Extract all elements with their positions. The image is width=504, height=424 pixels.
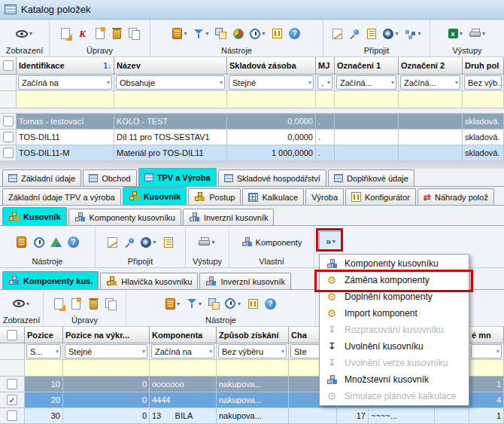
filter-input[interactable] [217, 360, 289, 376]
filter-identifikace[interactable]: Začíná na [18, 75, 112, 90]
merge-button[interactable] [208, 297, 220, 310]
delete-record-button[interactable] [111, 27, 123, 41]
prism-button[interactable] [50, 236, 62, 249]
checklist-button[interactable] [366, 27, 378, 41]
history-button[interactable]: ▼ [225, 297, 241, 310]
help-button[interactable] [264, 297, 276, 310]
col-header-mj[interactable]: MJ [316, 57, 335, 74]
col-header-pozice[interactable]: Pozice [25, 327, 63, 343]
col-header-pozice-vykres[interactable]: Pozice na výkr... [63, 327, 150, 343]
print-button[interactable]: ▼ [469, 27, 487, 41]
tab-inverzni-kusovnik-2[interactable]: Inverzní kusovník [199, 273, 291, 289]
pin-button[interactable] [348, 27, 360, 41]
komponenty-button[interactable]: Komponenty [241, 236, 302, 249]
filter-input-druh[interactable] [463, 91, 504, 108]
tab-doplnkove-udaje[interactable]: Doplňkové údaje [328, 169, 414, 186]
col-header-oznaceni2[interactable]: Označení 2 [399, 57, 463, 74]
tab-postup[interactable]: Postup [188, 188, 241, 205]
row-checkbox-checked[interactable] [7, 395, 17, 405]
table-row[interactable]: Tomas - testovací KOLO - TEST 0,0000 . s… [0, 114, 504, 130]
settings-sliders-button[interactable] [247, 297, 259, 310]
tab-kusovnik[interactable]: Kusovník [123, 187, 187, 205]
filter-button[interactable]: ▼ [193, 27, 210, 41]
duplicate-record-button[interactable] [105, 297, 117, 310]
scroll-button[interactable] [162, 236, 175, 249]
filter-pozice-vykres[interactable]: Stejné [65, 344, 147, 358]
history-button[interactable] [33, 236, 45, 249]
table-row[interactable]: TOS-DIL11 Díl 11 pro TOS-SESTAV1 0,0000 … [0, 130, 504, 145]
view-eye-button[interactable]: ▼ [13, 297, 31, 310]
tab-kusovnik-detail[interactable]: Kusovník [2, 207, 67, 225]
row-checkbox[interactable] [3, 132, 14, 142]
pin-button[interactable] [123, 236, 135, 249]
select-all-checkbox[interactable] [7, 330, 17, 340]
row-checkbox[interactable] [7, 410, 17, 421]
col-header-identifikace[interactable]: Identifikace1 [17, 57, 114, 74]
copy-k-button[interactable] [77, 27, 89, 41]
tab-nahrady-polozek[interactable]: Náhrady polož [417, 188, 494, 205]
filter-oznaceni2[interactable]: Začíná... [400, 75, 460, 90]
merge-button[interactable] [215, 27, 227, 41]
sphere-button[interactable] [232, 27, 244, 41]
media-button[interactable]: ▼ [383, 27, 399, 41]
list-settings-button[interactable] [16, 236, 28, 249]
filter-input[interactable] [150, 360, 217, 376]
row-checkbox[interactable] [3, 116, 14, 127]
new-record-button[interactable] [59, 27, 71, 41]
filter-nazev[interactable]: Obsahuje [116, 75, 225, 90]
filter-mnozstvi[interactable] [471, 344, 502, 358]
tab-hlavicka-kusovniku[interactable]: Hlavička kusovníku [100, 273, 198, 289]
menu-item-uvolneni-kusovniku[interactable]: Uvolnění kusovníku [320, 338, 469, 355]
filter-input[interactable] [63, 360, 150, 376]
filter-input-zasoba[interactable] [227, 91, 316, 108]
delete-record-button[interactable] [87, 297, 99, 310]
splitter[interactable] [0, 160, 504, 169]
note-button[interactable] [331, 27, 343, 41]
tab-komponenty-kusovniku[interactable]: Komponenty kusovníku [68, 209, 181, 225]
media-button[interactable]: ▼ [141, 236, 157, 249]
filter-button[interactable]: ▼ [187, 297, 203, 310]
col-header-mnozstvi[interactable]: é mn [469, 327, 504, 343]
row-checkbox[interactable] [3, 148, 14, 158]
filter-mj[interactable]: . [317, 75, 332, 90]
tab-komponenty-kus[interactable]: Komponenty kus. [2, 271, 99, 289]
view-eye-button[interactable]: ▼ [16, 27, 34, 41]
edit-record-button[interactable] [70, 297, 82, 310]
tab-zakladni-udaje[interactable]: Základní údaje [2, 169, 81, 186]
workflow-button[interactable]: ▼ [405, 27, 422, 41]
table-row[interactable]: TOS-DIL11-M Materiál pro TOS-DIL11 1 000… [0, 145, 504, 161]
history-button[interactable]: ▼ [250, 27, 266, 41]
tab-kalkulace[interactable]: Kalkulace [242, 188, 304, 205]
tab-zakladni-udaje-tpv[interactable]: Základní údaje TPV a výroba [2, 188, 121, 205]
filter-input-oznaceni1[interactable] [335, 91, 399, 108]
print-button[interactable]: ▼ [199, 236, 216, 249]
tab-inverzni-kusovnik[interactable]: Inverzní kusovník [183, 209, 275, 225]
filter-zpusob[interactable]: Bez výběru [218, 344, 287, 358]
filter-zasoba[interactable]: Stejné [229, 75, 314, 90]
filter-druh[interactable]: Bez výb... [464, 75, 502, 90]
filter-pozice[interactable]: S... [26, 344, 61, 358]
list-settings-button[interactable]: ▼ [172, 27, 188, 41]
filter-input-identifikace[interactable] [17, 91, 114, 108]
tab-konfigurator[interactable]: Konfigurátor [345, 188, 416, 205]
help-button[interactable] [68, 236, 80, 249]
col-header-oznaceni1[interactable]: Označení 1 [335, 57, 399, 74]
duplicate-record-button[interactable] [129, 27, 141, 41]
filter-input[interactable] [469, 360, 504, 376]
filter-oznaceni1[interactable]: Začíná... [336, 75, 396, 90]
select-all-checkbox[interactable] [3, 60, 14, 71]
filter-input-nazev[interactable] [114, 91, 227, 108]
help-button[interactable] [289, 27, 301, 41]
menu-item-import-komponent[interactable]: Import komponent [320, 305, 469, 322]
excel-export-button[interactable]: ▼ [448, 27, 464, 41]
col-header-zpusob[interactable]: Způsob získání [217, 327, 289, 343]
col-header-skladova-zasoba[interactable]: Skladová zásoba [227, 57, 316, 74]
filter-input-oznaceni2[interactable] [399, 91, 463, 108]
tab-skladove-hospodarstvi[interactable]: Skladové hospodářství [218, 169, 326, 186]
menu-item-mnozstevni-kusovnik[interactable]: Množstevní kusovník [320, 371, 469, 388]
tab-tpv-a-vyroba[interactable]: TPV a Výroba [138, 168, 217, 186]
tab-obchod[interactable]: Obchod [83, 169, 137, 186]
col-header-nazev[interactable]: Název [114, 57, 227, 74]
settings-sliders-button[interactable] [272, 27, 284, 41]
row-checkbox[interactable] [7, 379, 17, 389]
